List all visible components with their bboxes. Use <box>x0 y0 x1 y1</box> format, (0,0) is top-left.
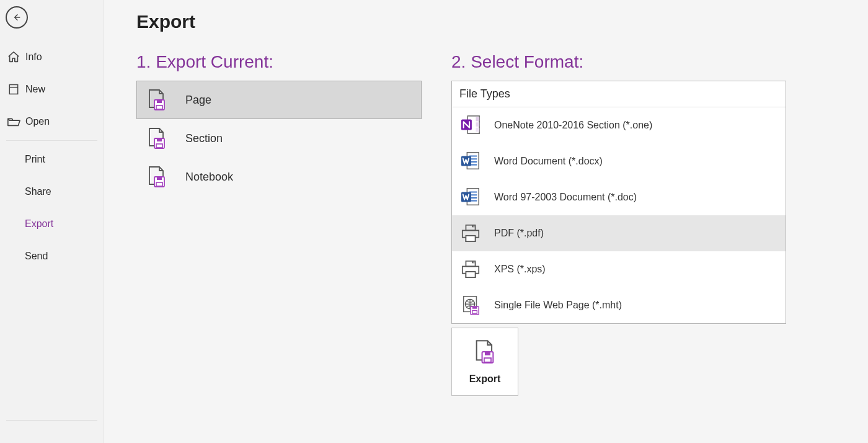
sidebar-item-label: Print <box>25 154 45 165</box>
home-icon <box>7 50 20 64</box>
export-button-label: Export <box>469 374 501 385</box>
app-root: Info New Open Print Share Export Send Ex… <box>0 0 868 443</box>
printer-icon <box>459 222 482 244</box>
format-label: Word Document (*.docx) <box>494 156 603 167</box>
webpage-save-icon <box>459 294 482 316</box>
sidebar-item-label: Open <box>25 116 50 127</box>
export-current-section[interactable]: Section <box>136 119 422 158</box>
format-mht[interactable]: Single File Web Page (*.mht) <box>452 287 786 323</box>
sidebar-item-label: Share <box>25 186 51 197</box>
columns: 1. Export Current: Page Section Notebook <box>136 52 868 396</box>
word-legacy-icon <box>459 186 482 208</box>
format-label: PDF (*.pdf) <box>494 228 544 239</box>
export-button[interactable]: Export <box>451 328 518 396</box>
sidebar-item-label: New <box>25 84 45 95</box>
format-label: OneNote 2010-2016 Section (*.one) <box>494 120 652 131</box>
sidebar-item-label: Export <box>25 218 53 230</box>
open-folder-icon <box>7 115 20 128</box>
format-list-box: File Types OneNote 2010-2016 Section (*.… <box>451 81 786 324</box>
sidebar-item-send[interactable]: Send <box>0 240 104 272</box>
export-current-column: 1. Export Current: Page Section Notebook <box>136 52 422 396</box>
file-types-header: File Types <box>452 81 786 107</box>
printer-icon <box>459 258 482 280</box>
select-format-column: 2. Select Format: File Types OneNote 201… <box>451 52 786 396</box>
format-pdf[interactable]: PDF (*.pdf) <box>452 215 786 251</box>
back-button[interactable] <box>6 6 28 29</box>
format-label: Single File Web Page (*.mht) <box>494 300 622 311</box>
export-current-list: Page Section Notebook <box>136 81 422 196</box>
section-save-icon <box>146 127 168 150</box>
sidebar-bottom-separator <box>6 420 97 421</box>
main-content: Export 1. Export Current: Page Section <box>104 0 868 443</box>
notebook-save-icon <box>146 166 168 188</box>
newdoc-icon <box>7 83 20 96</box>
select-format-heading: 2. Select Format: <box>451 52 786 72</box>
format-onenote[interactable]: OneNote 2010-2016 Section (*.one) <box>452 107 786 143</box>
export-current-notebook[interactable]: Notebook <box>136 158 422 196</box>
onenote-icon <box>459 114 482 136</box>
format-doc[interactable]: Word 97-2003 Document (*.doc) <box>452 179 786 215</box>
word-icon <box>459 150 482 172</box>
sidebar-item-share[interactable]: Share <box>0 176 104 208</box>
sidebar-item-info[interactable]: Info <box>0 41 104 73</box>
sidebar-item-export[interactable]: Export <box>0 208 104 240</box>
page-title: Export <box>136 11 868 32</box>
format-label: Word 97-2003 Document (*.doc) <box>494 192 637 203</box>
export-current-label: Notebook <box>185 171 233 184</box>
backstage-sidebar: Info New Open Print Share Export Send <box>0 0 104 443</box>
export-current-label: Section <box>185 132 223 145</box>
sidebar-separator <box>6 140 97 141</box>
export-current-heading: 1. Export Current: <box>136 52 422 72</box>
page-save-icon <box>146 89 168 111</box>
sidebar-item-new[interactable]: New <box>0 73 104 105</box>
sidebar-item-label: Send <box>25 251 48 262</box>
export-current-label: Page <box>185 94 211 107</box>
export-current-page[interactable]: Page <box>136 81 422 119</box>
back-arrow-icon <box>12 12 22 22</box>
sidebar-item-label: Info <box>25 51 42 63</box>
sidebar-item-open[interactable]: Open <box>0 105 104 138</box>
export-save-icon <box>472 339 498 365</box>
sidebar-item-print[interactable]: Print <box>0 143 104 176</box>
format-docx[interactable]: Word Document (*.docx) <box>452 143 786 179</box>
format-xps[interactable]: XPS (*.xps) <box>452 251 786 287</box>
format-label: XPS (*.xps) <box>494 264 546 275</box>
